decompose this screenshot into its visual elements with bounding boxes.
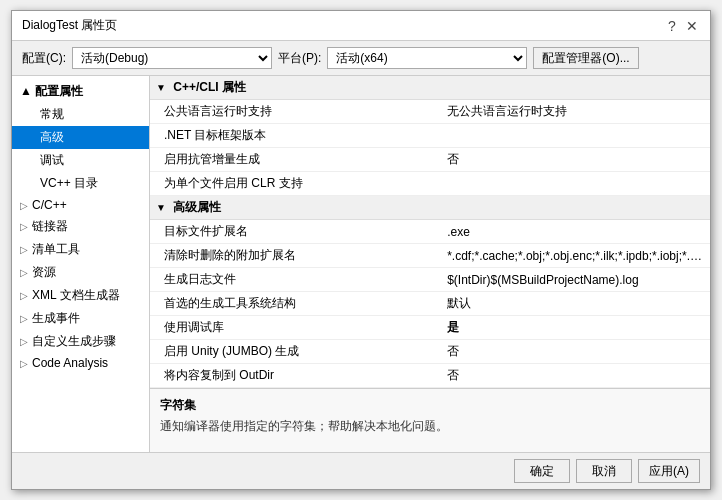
tree-group-custom-build[interactable]: ▷自定义生成步骤 (12, 330, 149, 353)
prop-name-target-ext: 目标文件扩展名 (150, 220, 441, 244)
prop-preferred-toolset[interactable]: 首选的生成工具系统结构 默认 (150, 292, 710, 316)
tree-group-manifest[interactable]: ▷清单工具 (12, 238, 149, 261)
platform-select[interactable]: 活动(x64) (327, 47, 527, 69)
close-button[interactable]: ✕ (684, 18, 700, 34)
prop-clean-ext[interactable]: 清除时删除的附加扩展名 *.cdf;*.cache;*.obj;*.obj.en… (150, 244, 710, 268)
properties-table: ▼ C++/CLI 属性 公共语言运行时支持 无公共语言运行时支持 .NET 目… (150, 76, 710, 388)
tree-item-debug[interactable]: 调试 (12, 149, 149, 172)
title-bar-buttons: ? ✕ (664, 18, 700, 34)
config-manager-button[interactable]: 配置管理器(O)... (533, 47, 638, 69)
right-panel-wrapper: ▼ C++/CLI 属性 公共语言运行时支持 无公共语言运行时支持 .NET 目… (150, 76, 710, 452)
tree-item-vc-dirs[interactable]: VC++ 目录 (12, 172, 149, 195)
section-cpp-cli: ▼ C++/CLI 属性 (150, 76, 710, 100)
prop-name-incremental-build: 启用抗管增量生成 (150, 148, 441, 172)
tree-root[interactable]: ▲ 配置属性 (12, 80, 149, 103)
desc-text: 通知编译器使用指定的字符集；帮助解决本地化问题。 (160, 418, 700, 435)
left-panel: ▲ 配置属性 常规 高级 调试 VC++ 目录 ▷C/C++ ▷链接器 ▷清单工… (12, 76, 150, 452)
tree-group-cpp[interactable]: ▷C/C++ (12, 195, 149, 215)
tree-item-regular[interactable]: 常规 (12, 103, 149, 126)
config-select[interactable]: 活动(Debug) (72, 47, 272, 69)
prop-value-preferred-toolset: 默认 (441, 292, 710, 316)
prop-copy-content[interactable]: 将内容复制到 OutDir 否 (150, 364, 710, 388)
tree-group-linker[interactable]: ▷链接器 (12, 215, 149, 238)
prop-clr-per-file[interactable]: 为单个文件启用 CLR 支持 (150, 172, 710, 196)
config-label: 配置(C): (22, 50, 66, 67)
prop-value-clr-per-file (441, 172, 710, 196)
prop-value-use-debug-libs: 是 (441, 316, 710, 340)
prop-value-target-ext: .exe (441, 220, 710, 244)
prop-dotnet-version[interactable]: .NET 目标框架版本 (150, 124, 710, 148)
desc-title: 字符集 (160, 397, 700, 414)
right-panel: ▼ C++/CLI 属性 公共语言运行时支持 无公共语言运行时支持 .NET 目… (150, 76, 710, 452)
prop-target-ext[interactable]: 目标文件扩展名 .exe (150, 220, 710, 244)
prop-incremental-build[interactable]: 启用抗管增量生成 否 (150, 148, 710, 172)
prop-value-copy-content: 否 (441, 364, 710, 388)
tree-group-resources[interactable]: ▷资源 (12, 261, 149, 284)
prop-name-dotnet-version: .NET 目标框架版本 (150, 124, 441, 148)
ok-button[interactable]: 确定 (514, 459, 570, 483)
title-bar: DialogTest 属性页 ? ✕ (12, 11, 710, 41)
help-button[interactable]: ? (664, 18, 680, 34)
prop-clr-support[interactable]: 公共语言运行时支持 无公共语言运行时支持 (150, 100, 710, 124)
prop-name-use-debug-libs: 使用调试库 (150, 316, 441, 340)
prop-name-clr-per-file: 为单个文件启用 CLR 支持 (150, 172, 441, 196)
tree-group-xml[interactable]: ▷XML 文档生成器 (12, 284, 149, 307)
prop-name-clean-ext: 清除时删除的附加扩展名 (150, 244, 441, 268)
tree-group-build-events[interactable]: ▷生成事件 (12, 307, 149, 330)
prop-build-log[interactable]: 生成日志文件 $(IntDir)$(MSBuildProjectName).lo… (150, 268, 710, 292)
description-area: 字符集 通知编译器使用指定的字符集；帮助解决本地化问题。 (150, 388, 710, 452)
bottom-bar: 确定 取消 应用(A) (12, 452, 710, 489)
platform-label: 平台(P): (278, 50, 321, 67)
cancel-button[interactable]: 取消 (576, 459, 632, 483)
toolbar: 配置(C): 活动(Debug) 平台(P): 活动(x64) 配置管理器(O)… (12, 41, 710, 75)
dialog-title: DialogTest 属性页 (22, 17, 117, 34)
prop-value-incremental-build: 否 (441, 148, 710, 172)
prop-value-unity-build: 否 (441, 340, 710, 364)
dialog-window: DialogTest 属性页 ? ✕ 配置(C): 活动(Debug) 平台(P… (11, 10, 711, 490)
tree-item-advanced[interactable]: 高级 (12, 126, 149, 149)
prop-value-clean-ext: *.cdf;*.cache;*.obj;*.obj.enc;*.ilk;*.ip… (441, 244, 710, 268)
prop-name-unity-build: 启用 Unity (JUMBO) 生成 (150, 340, 441, 364)
prop-unity-build[interactable]: 启用 Unity (JUMBO) 生成 否 (150, 340, 710, 364)
prop-name-clr-support: 公共语言运行时支持 (150, 100, 441, 124)
prop-value-clr-support: 无公共语言运行时支持 (441, 100, 710, 124)
prop-use-debug-libs[interactable]: 使用调试库 是 (150, 316, 710, 340)
main-content: ▲ 配置属性 常规 高级 调试 VC++ 目录 ▷C/C++ ▷链接器 ▷清单工… (12, 75, 710, 452)
prop-name-copy-content: 将内容复制到 OutDir (150, 364, 441, 388)
apply-button[interactable]: 应用(A) (638, 459, 700, 483)
prop-name-build-log: 生成日志文件 (150, 268, 441, 292)
properties-area: ▼ C++/CLI 属性 公共语言运行时支持 无公共语言运行时支持 .NET 目… (150, 76, 710, 388)
section-advanced: ▼ 高级属性 (150, 196, 710, 220)
prop-value-dotnet-version (441, 124, 710, 148)
tree-group-code-analysis[interactable]: ▷Code Analysis (12, 353, 149, 373)
prop-value-build-log: $(IntDir)$(MSBuildProjectName).log (441, 268, 710, 292)
prop-name-preferred-toolset: 首选的生成工具系统结构 (150, 292, 441, 316)
